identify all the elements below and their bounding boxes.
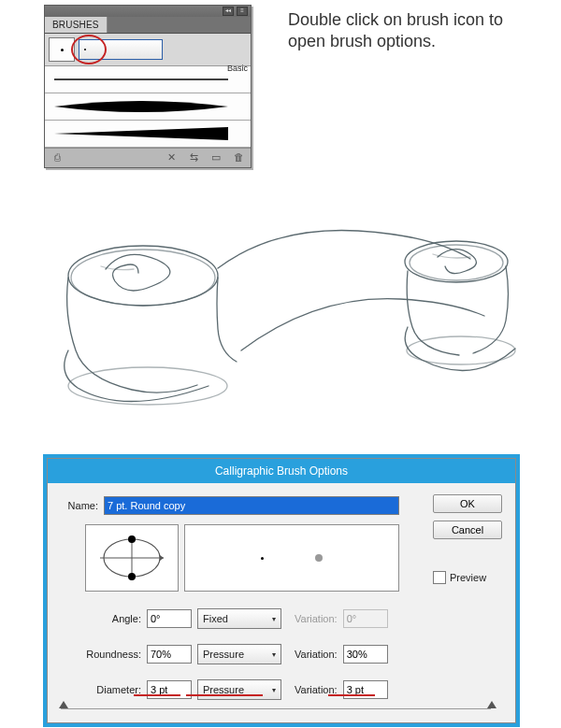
diameter-row: Diameter: Pressure ▾ Variation:	[61, 679, 502, 700]
preview-checkbox-row[interactable]: Preview	[433, 571, 502, 584]
diameter-mode-select[interactable]: Pressure ▾	[197, 679, 281, 700]
brush-thumb-2-selected[interactable]	[79, 39, 163, 60]
preview-dot-small	[261, 557, 264, 560]
diameter-slider-knob-left[interactable]	[59, 701, 68, 708]
panel-header: ◂◂ ≡	[45, 6, 251, 17]
annotation-underline-mode	[186, 694, 263, 696]
brush-preview-taper[interactable]	[45, 121, 251, 148]
brush-stroke-icon	[52, 99, 230, 114]
roundness-input[interactable]	[147, 645, 192, 664]
brush-stroke-icon	[52, 72, 230, 87]
panel-collapse-icon[interactable]: ◂◂	[223, 7, 234, 16]
angle-ellipse-icon	[94, 533, 169, 583]
brush-preview-wide[interactable]	[45, 93, 251, 121]
diameter-slider-knob-right[interactable]	[487, 701, 496, 708]
dialog-buttons: OK Cancel Preview	[433, 494, 502, 584]
angle-mode-value: Fixed	[203, 613, 228, 624]
size-preview-box	[184, 524, 399, 592]
diameter-variation-input[interactable]	[343, 680, 388, 699]
annotation-underline-variation	[328, 694, 375, 696]
diameter-label: Diameter:	[61, 684, 141, 695]
name-label: Name:	[61, 500, 104, 511]
svg-point-3	[68, 367, 227, 405]
roundness-variation-label: Variation:	[295, 649, 338, 660]
tab-brushes[interactable]: BRUSHES	[45, 17, 108, 33]
svg-point-2	[71, 250, 215, 306]
brush-preview-basic[interactable]: Basic	[45, 66, 251, 93]
dialog-title: Calligraphic Brush Options	[48, 459, 515, 483]
svg-point-10	[128, 535, 136, 543]
dot-icon	[84, 49, 86, 50]
cancel-button[interactable]: Cancel	[433, 521, 502, 539]
panel-tabs: BRUSHES	[45, 17, 251, 34]
delete-brush-icon[interactable]: 🗑	[232, 151, 245, 164]
remove-stroke-icon[interactable]: ✕	[165, 151, 178, 164]
dot-icon	[61, 49, 64, 51]
roundness-row: Roundness: Pressure ▾ Variation:	[61, 644, 502, 664]
diameter-slider-track[interactable]	[61, 708, 491, 709]
chevron-down-icon: ▾	[272, 615, 276, 623]
preview-label: Preview	[450, 572, 486, 583]
roundness-mode-value: Pressure	[203, 649, 244, 660]
ribbon-sketch-image	[54, 210, 522, 425]
chevron-down-icon: ▾	[272, 686, 276, 694]
new-brush-icon[interactable]: ▭	[209, 151, 223, 164]
angle-preview-box[interactable]	[85, 524, 179, 592]
roundness-label: Roundness:	[61, 649, 141, 660]
svg-point-4	[405, 241, 508, 282]
panel-footer: ⎙ ✕ ⇆ ▭ 🗑	[45, 148, 251, 167]
brush-thumbnails-row	[45, 34, 251, 66]
roundness-variation-input[interactable]	[343, 645, 388, 664]
annotation-underline-diameter	[134, 694, 180, 696]
options-icon[interactable]: ⇆	[187, 151, 200, 164]
panel-menu-icon[interactable]: ≡	[237, 7, 248, 16]
angle-label: Angle:	[61, 613, 141, 624]
name-input[interactable]	[104, 496, 399, 515]
angle-variation-input	[343, 609, 388, 628]
svg-point-5	[410, 245, 503, 280]
angle-row: Angle: Fixed ▾ Variation:	[61, 608, 502, 629]
brush-preview-label: Basic	[227, 64, 248, 73]
roundness-mode-select[interactable]: Pressure ▾	[197, 644, 281, 664]
diameter-input[interactable]	[147, 680, 192, 699]
svg-point-11	[128, 573, 136, 580]
ok-button[interactable]: OK	[433, 494, 502, 513]
brush-thumb-1[interactable]	[49, 37, 75, 62]
libraries-icon[interactable]: ⎙	[50, 151, 64, 164]
brushes-panel: ◂◂ ≡ BRUSHES Basic ⎙ ✕ ⇆ ▭ 🗑	[44, 5, 252, 168]
chevron-down-icon: ▾	[272, 650, 276, 659]
angle-input[interactable]	[147, 609, 192, 628]
checkbox-icon[interactable]	[433, 571, 446, 584]
instruction-text: Double click on brush icon to open brush…	[288, 9, 531, 51]
angle-variation-label: Variation:	[295, 613, 338, 624]
angle-mode-select[interactable]: Fixed ▾	[197, 608, 281, 629]
brush-stroke-icon	[52, 126, 230, 141]
calligraphic-brush-options-dialog: Calligraphic Brush Options Name: OK Canc…	[47, 458, 516, 723]
preview-dot-large	[315, 554, 323, 562]
